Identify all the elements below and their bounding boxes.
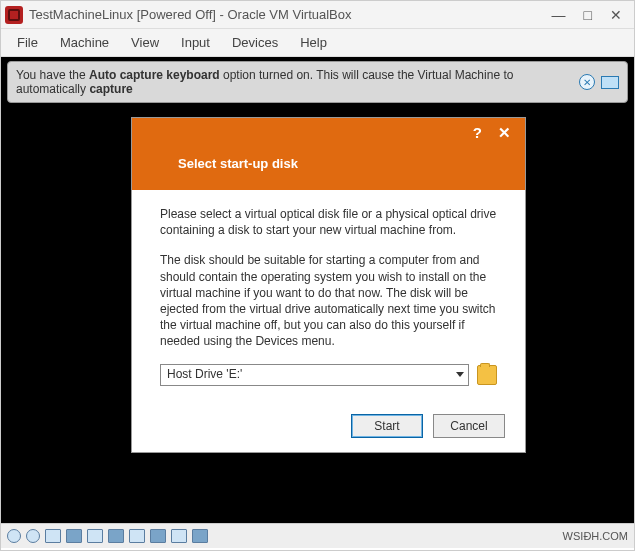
minimize-button[interactable]: — <box>552 7 566 23</box>
dialog-paragraph-1: Please select a virtual optical disk fil… <box>160 206 497 238</box>
window-controls: — □ ✕ <box>552 7 630 23</box>
notification-dismiss-icon[interactable]: ✕ <box>579 74 595 90</box>
virtualbox-app-icon <box>5 6 23 24</box>
status-optical-icon[interactable] <box>26 529 40 543</box>
window-title: TestMachineLinux [Powered Off] - Oracle … <box>29 7 552 22</box>
notification-text: You have the Auto capture keyboard optio… <box>16 68 573 96</box>
notification-prefix: You have the <box>16 68 89 82</box>
chevron-down-icon <box>456 372 464 377</box>
browse-folder-button[interactable] <box>477 365 497 385</box>
status-keyboard-icon[interactable] <box>192 529 208 543</box>
menu-input[interactable]: Input <box>173 33 218 52</box>
maximize-button[interactable]: □ <box>584 7 592 23</box>
vm-display-area: You have the Auto capture keyboard optio… <box>1 57 634 523</box>
menu-file[interactable]: File <box>9 33 46 52</box>
menu-devices[interactable]: Devices <box>224 33 286 52</box>
dialog-footer: Start Cancel <box>132 404 525 452</box>
notification-monitor-icon[interactable] <box>601 76 619 89</box>
status-shared-folder-icon[interactable] <box>87 529 103 543</box>
menu-machine[interactable]: Machine <box>52 33 117 52</box>
drive-select-value: Host Drive 'E:' <box>167 366 242 382</box>
menu-view[interactable]: View <box>123 33 167 52</box>
menu-bar: File Machine View Input Devices Help <box>1 29 634 57</box>
status-mouse-icon[interactable] <box>171 529 187 543</box>
menu-help[interactable]: Help <box>292 33 335 52</box>
notification-bar: You have the Auto capture keyboard optio… <box>7 61 628 103</box>
status-display-icon[interactable] <box>108 529 124 543</box>
status-disk-icon[interactable] <box>7 529 21 543</box>
status-usb-icon[interactable] <box>66 529 82 543</box>
status-network-icon[interactable] <box>45 529 61 543</box>
dialog-help-button[interactable]: ? <box>473 124 482 142</box>
status-cpu-icon[interactable] <box>150 529 166 543</box>
notification-bold1: Auto capture keyboard <box>89 68 220 82</box>
dialog-header: ? ✕ Select start-up disk <box>132 118 525 190</box>
status-right-text: WSIĐH.COM <box>563 530 628 542</box>
window-titlebar: TestMachineLinux [Powered Off] - Oracle … <box>1 1 634 29</box>
notification-bold2: capture <box>89 82 132 96</box>
dialog-close-button[interactable]: ✕ <box>498 124 511 142</box>
status-recording-icon[interactable] <box>129 529 145 543</box>
close-button[interactable]: ✕ <box>610 7 622 23</box>
dialog-title: Select start-up disk <box>132 142 525 171</box>
status-icons <box>7 529 208 543</box>
start-button[interactable]: Start <box>351 414 423 438</box>
drive-select-dropdown[interactable]: Host Drive 'E:' <box>160 364 469 386</box>
dialog-paragraph-2: The disk should be suitable for starting… <box>160 252 497 349</box>
dialog-body: Please select a virtual optical disk fil… <box>132 190 525 404</box>
cancel-button[interactable]: Cancel <box>433 414 505 438</box>
startup-disk-dialog: ? ✕ Select start-up disk Please select a… <box>131 117 526 453</box>
status-bar: WSIĐH.COM <box>1 523 634 548</box>
